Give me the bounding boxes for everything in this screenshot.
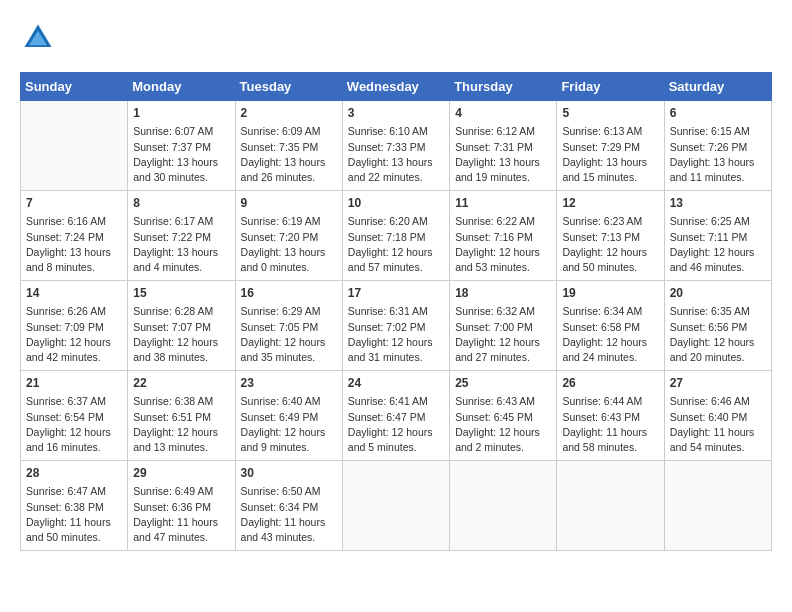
day-cell: 17Sunrise: 6:31 AMSunset: 7:02 PMDayligh… xyxy=(342,281,449,371)
day-info: Sunrise: 6:07 AM xyxy=(133,124,229,139)
day-info: Sunset: 6:47 PM xyxy=(348,410,444,425)
day-info: and 30 minutes. xyxy=(133,170,229,185)
header-row: SundayMondayTuesdayWednesdayThursdayFrid… xyxy=(21,73,772,101)
day-info: Sunset: 7:18 PM xyxy=(348,230,444,245)
day-number: 13 xyxy=(670,195,766,212)
day-info: and 27 minutes. xyxy=(455,350,551,365)
day-number: 3 xyxy=(348,105,444,122)
day-info: Sunset: 6:40 PM xyxy=(670,410,766,425)
day-info: Sunrise: 6:15 AM xyxy=(670,124,766,139)
day-cell: 18Sunrise: 6:32 AMSunset: 7:00 PMDayligh… xyxy=(450,281,557,371)
day-number: 1 xyxy=(133,105,229,122)
day-cell: 29Sunrise: 6:49 AMSunset: 6:36 PMDayligh… xyxy=(128,461,235,551)
day-cell: 8Sunrise: 6:17 AMSunset: 7:22 PMDaylight… xyxy=(128,191,235,281)
day-info: Sunrise: 6:19 AM xyxy=(241,214,337,229)
week-row-3: 14Sunrise: 6:26 AMSunset: 7:09 PMDayligh… xyxy=(21,281,772,371)
day-info: Daylight: 13 hours xyxy=(241,245,337,260)
day-info: and 11 minutes. xyxy=(670,170,766,185)
day-info: and 4 minutes. xyxy=(133,260,229,275)
day-info: Sunrise: 6:50 AM xyxy=(241,484,337,499)
day-info: Sunrise: 6:12 AM xyxy=(455,124,551,139)
day-info: and 15 minutes. xyxy=(562,170,658,185)
day-info: Sunrise: 6:41 AM xyxy=(348,394,444,409)
logo-icon xyxy=(20,20,56,56)
calendar-body: 1Sunrise: 6:07 AMSunset: 7:37 PMDaylight… xyxy=(21,101,772,551)
day-number: 21 xyxy=(26,375,122,392)
logo xyxy=(20,20,62,56)
day-cell xyxy=(450,461,557,551)
day-info: Sunrise: 6:40 AM xyxy=(241,394,337,409)
day-info: Daylight: 12 hours xyxy=(241,335,337,350)
day-cell: 3Sunrise: 6:10 AMSunset: 7:33 PMDaylight… xyxy=(342,101,449,191)
day-info: Sunset: 7:07 PM xyxy=(133,320,229,335)
day-info: Sunset: 7:09 PM xyxy=(26,320,122,335)
week-row-5: 28Sunrise: 6:47 AMSunset: 6:38 PMDayligh… xyxy=(21,461,772,551)
day-info: Daylight: 12 hours xyxy=(26,425,122,440)
day-info: Sunrise: 6:44 AM xyxy=(562,394,658,409)
day-cell: 2Sunrise: 6:09 AMSunset: 7:35 PMDaylight… xyxy=(235,101,342,191)
day-number: 7 xyxy=(26,195,122,212)
header-cell-tuesday: Tuesday xyxy=(235,73,342,101)
day-number: 28 xyxy=(26,465,122,482)
day-info: and 26 minutes. xyxy=(241,170,337,185)
day-number: 26 xyxy=(562,375,658,392)
day-info: Sunrise: 6:47 AM xyxy=(26,484,122,499)
day-info: Daylight: 11 hours xyxy=(133,515,229,530)
day-info: and 5 minutes. xyxy=(348,440,444,455)
day-number: 23 xyxy=(241,375,337,392)
day-number: 8 xyxy=(133,195,229,212)
day-info: Sunrise: 6:20 AM xyxy=(348,214,444,229)
day-cell: 9Sunrise: 6:19 AMSunset: 7:20 PMDaylight… xyxy=(235,191,342,281)
day-cell: 1Sunrise: 6:07 AMSunset: 7:37 PMDaylight… xyxy=(128,101,235,191)
day-number: 10 xyxy=(348,195,444,212)
day-info: Daylight: 12 hours xyxy=(670,335,766,350)
day-info: Daylight: 12 hours xyxy=(670,245,766,260)
day-info: Sunrise: 6:17 AM xyxy=(133,214,229,229)
day-cell: 24Sunrise: 6:41 AMSunset: 6:47 PMDayligh… xyxy=(342,371,449,461)
day-info: Sunset: 6:34 PM xyxy=(241,500,337,515)
day-info: Sunset: 6:56 PM xyxy=(670,320,766,335)
day-cell xyxy=(664,461,771,551)
day-info: Sunrise: 6:31 AM xyxy=(348,304,444,319)
day-cell: 22Sunrise: 6:38 AMSunset: 6:51 PMDayligh… xyxy=(128,371,235,461)
day-info: Daylight: 11 hours xyxy=(562,425,658,440)
day-number: 30 xyxy=(241,465,337,482)
day-info: Sunset: 7:20 PM xyxy=(241,230,337,245)
day-info: Sunset: 6:45 PM xyxy=(455,410,551,425)
day-info: Sunset: 7:11 PM xyxy=(670,230,766,245)
day-info: and 47 minutes. xyxy=(133,530,229,545)
day-info: Sunrise: 6:34 AM xyxy=(562,304,658,319)
day-info: Sunrise: 6:32 AM xyxy=(455,304,551,319)
day-cell: 23Sunrise: 6:40 AMSunset: 6:49 PMDayligh… xyxy=(235,371,342,461)
day-info: Sunset: 6:51 PM xyxy=(133,410,229,425)
day-number: 19 xyxy=(562,285,658,302)
day-info: Sunrise: 6:49 AM xyxy=(133,484,229,499)
day-info: Sunrise: 6:13 AM xyxy=(562,124,658,139)
day-info: Sunrise: 6:22 AM xyxy=(455,214,551,229)
day-info: Sunset: 7:33 PM xyxy=(348,140,444,155)
day-info: Sunset: 6:38 PM xyxy=(26,500,122,515)
day-info: Daylight: 12 hours xyxy=(562,245,658,260)
header-cell-saturday: Saturday xyxy=(664,73,771,101)
day-info: and 57 minutes. xyxy=(348,260,444,275)
day-info: and 50 minutes. xyxy=(26,530,122,545)
day-info: Daylight: 13 hours xyxy=(241,155,337,170)
day-info: and 38 minutes. xyxy=(133,350,229,365)
header-cell-friday: Friday xyxy=(557,73,664,101)
day-cell: 16Sunrise: 6:29 AMSunset: 7:05 PMDayligh… xyxy=(235,281,342,371)
day-info: Sunrise: 6:28 AM xyxy=(133,304,229,319)
day-info: and 2 minutes. xyxy=(455,440,551,455)
day-info: Sunset: 6:54 PM xyxy=(26,410,122,425)
day-info: and 53 minutes. xyxy=(455,260,551,275)
day-info: Sunset: 6:43 PM xyxy=(562,410,658,425)
day-info: Daylight: 13 hours xyxy=(133,155,229,170)
day-info: and 35 minutes. xyxy=(241,350,337,365)
day-info: Sunrise: 6:10 AM xyxy=(348,124,444,139)
day-number: 15 xyxy=(133,285,229,302)
day-info: and 24 minutes. xyxy=(562,350,658,365)
day-info: and 42 minutes. xyxy=(26,350,122,365)
day-info: Daylight: 13 hours xyxy=(26,245,122,260)
day-cell: 19Sunrise: 6:34 AMSunset: 6:58 PMDayligh… xyxy=(557,281,664,371)
day-number: 20 xyxy=(670,285,766,302)
day-cell: 10Sunrise: 6:20 AMSunset: 7:18 PMDayligh… xyxy=(342,191,449,281)
